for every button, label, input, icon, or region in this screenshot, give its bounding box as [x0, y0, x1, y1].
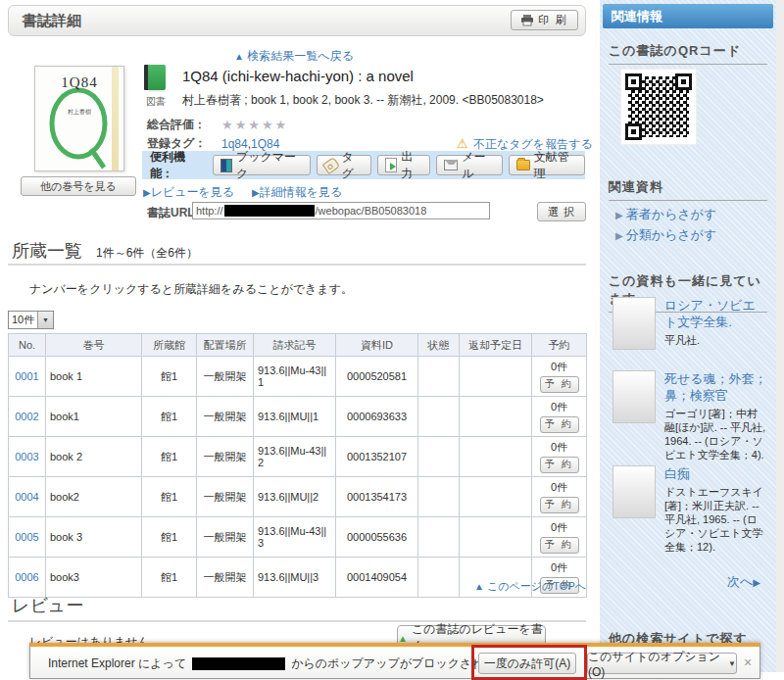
- related-materials-title: 関連資料: [609, 178, 767, 201]
- item-description: 平凡社.: [664, 333, 767, 347]
- cover-title: 1Q84: [35, 74, 123, 91]
- printer-icon: [520, 15, 534, 26]
- table-row: 0003 book 2 館1 一般開架 913.6||Mu-43||2 0001…: [9, 437, 587, 477]
- table-header-row: No. 巻号 所蔵館 配置場所 請求記号 資料ID 状態 返却予定日 予約: [9, 334, 587, 357]
- back-to-results-link[interactable]: ▲ 検索結果一覧へ戻る: [0, 48, 588, 65]
- item-description: ドストエーフスキイ[著]；米川正夫訳. -- 平凡社, 1965. -- (ロシ…: [664, 485, 767, 554]
- page-title-bar: 書誌詳細 印 刷: [8, 5, 586, 36]
- table-row: 0005 book 3 館1 一般開架 913.6||Mu-43||3 0000…: [9, 517, 587, 558]
- popup-message: Internet Explorer によって からのポップアップがブロックされま…: [48, 656, 532, 672]
- holdings-hint-text: ナンバーをクリックすると所蔵詳細をみることができます。: [29, 281, 353, 298]
- triangle-right-icon: ▶: [615, 230, 623, 241]
- book-sub-links: ▶レビューを見る ▶詳細情報を見る: [143, 184, 342, 201]
- see-reviews-link[interactable]: ▶レビューを見る: [143, 184, 234, 201]
- reserve-button[interactable]: 予 約: [540, 457, 579, 473]
- other-volumes-button[interactable]: 他の巻号を見る: [21, 176, 136, 196]
- due-date-cell: [460, 437, 532, 477]
- popup-blocked-bar: Internet Explorer によって からのポップアップがブロックされま…: [29, 643, 760, 679]
- status-cell: [418, 517, 460, 558]
- next-page-link[interactable]: 次へ▶: [727, 573, 760, 591]
- holdings-table: No. 巻号 所蔵館 配置場所 請求記号 資料ID 状態 返却予定日 予約 00…: [8, 333, 587, 598]
- item-thumbnail: [612, 297, 656, 350]
- status-cell: [418, 437, 460, 477]
- book-cover: 1Q84 村上春樹: [34, 66, 124, 171]
- holding-no-link[interactable]: 0002: [15, 411, 38, 422]
- output-button[interactable]: 出力: [377, 155, 430, 175]
- rating-stars-icon[interactable]: ★★★★★: [221, 118, 288, 132]
- export-icon: [385, 158, 397, 172]
- holding-no-link[interactable]: 0003: [15, 451, 38, 462]
- page-title: 書誌詳細: [23, 6, 81, 35]
- due-date-cell: [460, 517, 532, 558]
- page-top-link[interactable]: ▲ このページのTOPへ: [8, 579, 586, 594]
- due-date-cell: [460, 477, 532, 517]
- item-title-link[interactable]: 白痴: [664, 465, 767, 482]
- folder-icon: [516, 160, 530, 170]
- list-item: 白痴 ドストエーフスキイ[著]；米川正夫訳. -- 平凡社, 1965. -- …: [612, 465, 767, 554]
- bib-url-row: 書誌URL： http:// /webopac/BB05083018 選 択: [147, 202, 588, 221]
- select-url-button[interactable]: 選 択: [537, 202, 586, 221]
- table-row: 0001 book 1 館1 一般開架 913.6||Mu-43||1 0000…: [9, 357, 587, 397]
- reserve-button[interactable]: 予 約: [540, 376, 579, 393]
- holdings-section-header: 所蔵一覧 1件～6件（全6件）: [12, 239, 198, 263]
- list-item: ロシア・ソビエト文学全集. 平凡社.: [612, 297, 767, 350]
- item-description: ゴーゴリ[著]；中村融[ほか]訳. -- 平凡社, 1964. -- (ロシア・…: [664, 407, 767, 461]
- holding-no-link[interactable]: 0005: [15, 531, 38, 543]
- triangle-up-icon: ▲: [474, 581, 484, 592]
- cover-author: 村上春樹: [35, 108, 123, 117]
- item-title-link[interactable]: 死せる魂；外套；鼻；検察官: [664, 370, 767, 404]
- holdings-title: 所蔵一覧: [12, 239, 82, 263]
- tools-bar: 便利機能： ブックマーク タグ 出力 メール 文献管理: [142, 151, 585, 179]
- annotation-highlight: [471, 645, 587, 680]
- search-by-author-link[interactable]: ▶著者からさがす: [615, 206, 716, 223]
- search-by-classification-link[interactable]: ▶分類からさがす: [615, 226, 716, 244]
- rating-row: 総合評価： ★★★★★: [147, 117, 288, 133]
- holding-no-link[interactable]: 0001: [15, 370, 38, 382]
- bib-url-input[interactable]: http:// /webopac/BB05083018: [192, 202, 490, 219]
- list-item: 死せる魂；外套；鼻；検察官 ゴーゴリ[著]；中村融[ほか]訳. -- 平凡社, …: [612, 370, 767, 461]
- print-button[interactable]: 印 刷: [511, 10, 578, 30]
- related-info-sidebar: 関連情報 この書誌のQRコード 関連資料 ▶著者からさがす ▶分類からさがす こ…: [600, 0, 776, 672]
- close-icon[interactable]: ×: [744, 655, 752, 670]
- reference-manager-button[interactable]: 文献管理: [509, 155, 585, 175]
- status-cell: [418, 357, 460, 397]
- status-cell: [418, 397, 460, 437]
- triangle-right-icon: ▶: [753, 577, 760, 588]
- bookmark-icon: [220, 159, 232, 172]
- chevron-down-icon[interactable]: ▼: [37, 312, 53, 328]
- triangle-up-icon: ▲: [398, 633, 408, 644]
- item-thumbnail: [612, 465, 656, 518]
- rating-label: 総合評価：: [147, 117, 221, 133]
- mail-icon: [444, 160, 458, 170]
- holding-no-link[interactable]: 0004: [15, 491, 38, 503]
- review-title: レビュー: [12, 594, 83, 617]
- qr-code-image: [620, 69, 697, 145]
- bookmark-button[interactable]: ブックマーク: [213, 155, 311, 175]
- site-options-button[interactable]: このサイトのオプション(O) ▼: [587, 653, 737, 674]
- tools-label: 便利機能：: [150, 149, 205, 182]
- material-type-label: 図書: [140, 95, 172, 109]
- divider: [8, 264, 586, 266]
- book-byline: 村上春樹著 ; book 1, book 2, book 3. -- 新潮社, …: [182, 92, 544, 109]
- tag-button[interactable]: タグ: [317, 155, 371, 175]
- holdings-count: 1件～6件（全6件）: [96, 245, 198, 262]
- triangle-right-icon: ▶: [143, 187, 151, 198]
- redaction-box: [224, 205, 315, 217]
- see-details-link[interactable]: ▶詳細情報を見る: [252, 184, 342, 201]
- review-section-header: レビュー: [12, 594, 83, 617]
- redaction-box: [192, 657, 285, 670]
- tag-icon: [321, 157, 339, 174]
- reserve-button[interactable]: 予 約: [540, 416, 579, 433]
- reserve-button[interactable]: 予 約: [540, 537, 579, 554]
- item-title-link[interactable]: ロシア・ソビエト文学全集.: [664, 297, 767, 330]
- table-row: 0004 book2 館1 一般開架 913.6||MU||2 00013541…: [9, 477, 587, 517]
- due-date-cell: [460, 397, 532, 437]
- item-thumbnail: [612, 370, 656, 423]
- page-size-select[interactable]: 10件 ▼: [8, 311, 54, 329]
- mail-button[interactable]: メール: [436, 155, 503, 175]
- reserve-button[interactable]: 予 約: [540, 497, 579, 513]
- triangle-up-icon: ▲: [234, 51, 244, 62]
- page-background-strip-right: [776, 0, 784, 672]
- triangle-right-icon: ▶: [252, 187, 260, 198]
- triangle-right-icon: ▶: [615, 210, 623, 220]
